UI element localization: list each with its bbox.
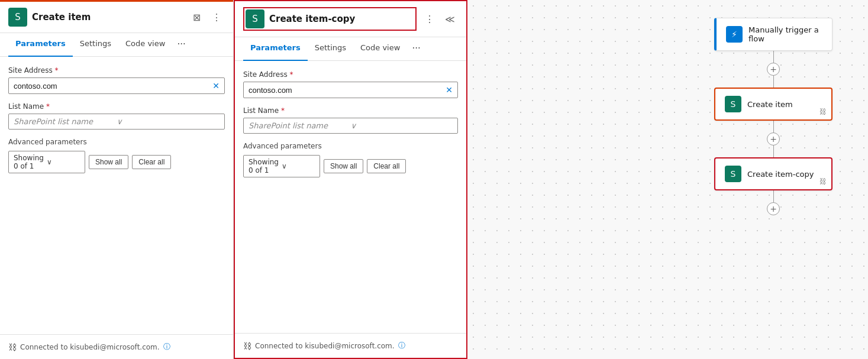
plus-button-3[interactable]: + [767,202,780,215]
tab-codeview-2[interactable]: Code view [353,37,407,61]
connector-2: + [767,121,780,157]
flow-canvas: ⚡ Manually trigger aflow + S Create item… [467,0,868,359]
create-item-icon: S [725,96,741,112]
connector-line-2 [773,121,774,132]
create-item-node-wrapper: S Create item ⛓ [714,88,832,121]
trigger-icon: ⚡ [726,26,743,43]
list-name-select-2[interactable]: SharePoint list name ∨ [243,118,458,134]
clear-site-address-1[interactable]: ✕ [212,81,220,90]
plus-button-2[interactable]: + [767,132,780,145]
panel1-body: Site Address * ✕ List Name * SharePoint … [0,57,233,334]
panel-create-item-copy: S Create item-copy ⋮ ≪ Parameters Settin… [234,0,467,359]
panel2-header-inner: S Create item-copy [243,7,417,31]
advanced-dropdown-2[interactable]: Showing 0 of 1 ∨ [243,155,320,177]
required-star-2: * [289,70,293,79]
copy-icon: S [725,166,741,182]
tab-parameters-2[interactable]: Parameters [243,37,308,61]
tab-parameters-1[interactable]: Parameters [8,33,73,57]
tab-settings-1[interactable]: Settings [73,33,118,57]
panel1-header: S Create item ⊠ ⋮ [0,0,233,33]
required-star-list-1: * [46,102,50,111]
site-address-input-wrapper-1[interactable]: ✕ [8,77,225,94]
panel1-actions: ⊠ ⋮ [188,9,225,25]
site-address-label-2: Site Address * [243,70,458,79]
panel1-tabs: Parameters Settings Code view ··· [0,33,233,57]
show-all-button-2[interactable]: Show all [324,159,363,173]
panel2-header: S Create item-copy ⋮ ≪ [235,1,466,37]
show-all-button-1[interactable]: Show all [89,155,128,169]
copy-link-icon: ⛓ [819,177,827,186]
create-item-link-icon: ⛓ [819,108,827,116]
info-icon-1: ⓘ [163,342,170,352]
panel2-body: Site Address * ✕ List Name * SharePoint … [235,61,466,333]
clear-all-button-1[interactable]: Clear all [132,155,171,169]
tab-more-1[interactable]: ··· [172,33,190,57]
advanced-controls-1: Showing 0 of 1 ∨ Show all Clear all [8,151,225,173]
create-item-label: Create item [747,100,793,109]
panel2-collapse-button[interactable]: ≪ [441,11,458,27]
connector-3: + [767,190,780,215]
connection-text-1: Connected to kisubedi@microsoft.com. [20,343,160,351]
required-star-list-2: * [281,106,285,115]
copy-label: Create item-copy [747,170,814,179]
create-item-copy-node-wrapper: S Create item-copy ⛓ [714,157,832,190]
advanced-section-1: Advanced parameters Showing 0 of 1 ∨ Sho… [8,138,225,173]
list-name-label-1: List Name * [8,102,225,111]
plus-button-1[interactable]: + [767,63,780,76]
required-star-1: * [54,66,58,75]
trigger-label: Manually trigger aflow [748,25,819,43]
panel2-more-button[interactable]: ⋮ [421,11,438,27]
connector-line-2b [773,145,774,157]
link-icon-1: ⛓ [8,342,17,352]
panel1-icon: S [8,8,27,27]
info-icon-2: ⓘ [398,341,405,351]
connector-1: + [767,51,780,88]
site-address-label-1: Site Address * [8,66,225,75]
panel2-title: Create item-copy [269,14,414,24]
panel1-title: Create item [32,12,183,22]
site-address-input-wrapper-2[interactable]: ✕ [243,82,458,98]
tab-codeview-1[interactable]: Code view [118,33,172,57]
connector-line-1b [773,76,774,88]
chevron-down-list-2: ∨ [351,121,453,130]
chevron-down-list-1: ∨ [117,117,220,126]
panel2-tabs: Parameters Settings Code view ··· [235,37,466,61]
panel2-actions: ⋮ ≪ [421,11,458,27]
trigger-node[interactable]: ⚡ Manually trigger aflow [714,18,832,51]
site-address-input-1[interactable] [14,82,212,90]
site-address-input-2[interactable] [249,86,446,95]
trigger-node-wrapper: ⚡ Manually trigger aflow [714,18,832,51]
flow-diagram: ⚡ Manually trigger aflow + S Create item… [714,18,832,215]
link-icon-2: ⛓ [243,341,251,351]
tab-more-2[interactable]: ··· [407,37,425,61]
clear-all-button-2[interactable]: Clear all [367,159,406,173]
advanced-controls-2: Showing 0 of 1 ∨ Show all Clear all [243,155,458,177]
panel2-footer: ⛓ Connected to kisubedi@microsoft.com. ⓘ [235,333,466,358]
list-name-select-1[interactable]: SharePoint list name ∨ [8,114,225,130]
list-name-label-2: List Name * [243,106,458,115]
advanced-label-1: Advanced parameters [8,138,225,146]
create-item-node[interactable]: S Create item ⛓ [714,88,832,121]
clear-site-address-2[interactable]: ✕ [446,85,453,95]
chevron-down-adv-2: ∨ [282,162,315,170]
panel1-unpin-button[interactable]: ⊠ [188,9,205,25]
advanced-dropdown-1[interactable]: Showing 0 of 1 ∨ [8,151,85,173]
panel1-more-button[interactable]: ⋮ [208,9,225,25]
panel-create-item: S Create item ⊠ ⋮ Parameters Settings Co… [0,0,234,359]
advanced-section-2: Advanced parameters Showing 0 of 1 ∨ Sho… [243,142,458,177]
panel2-icon: S [246,9,264,28]
panel1-footer: ⛓ Connected to kisubedi@microsoft.com. ⓘ [0,334,233,359]
connection-text-2: Connected to kisubedi@microsoft.com. [255,342,395,350]
chevron-down-adv-1: ∨ [47,158,80,166]
advanced-label-2: Advanced parameters [243,142,458,150]
connector-line-3 [773,190,774,202]
tab-settings-2[interactable]: Settings [308,37,353,61]
connector-line-1 [773,51,774,63]
create-item-copy-node[interactable]: S Create item-copy ⛓ [714,157,832,190]
